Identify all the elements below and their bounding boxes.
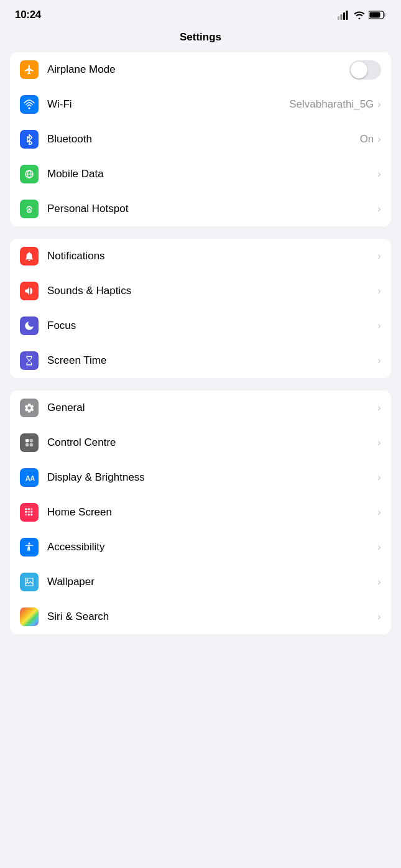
svg-rect-25	[30, 514, 32, 515]
bell-svg	[24, 251, 35, 262]
svg-rect-13	[30, 439, 33, 442]
wifi-row[interactable]: Wi-Fi Selvabharathi_5G ›	[10, 87, 391, 122]
screen-time-row[interactable]: Screen Time ›	[10, 343, 391, 378]
home-screen-row[interactable]: Home Screen ›	[10, 495, 391, 530]
bluetooth-value: On	[360, 133, 374, 145]
mobile-data-label: Mobile Data	[47, 168, 377, 180]
screen-time-label: Screen Time	[47, 354, 377, 367]
svg-text:AA: AA	[25, 474, 35, 482]
accessibility-svg	[24, 542, 35, 553]
page-title-bar: Settings	[0, 26, 401, 52]
wifi-value: Selvabharathi_5G	[289, 98, 374, 111]
battery-icon	[369, 11, 386, 19]
airplane-mode-toggle[interactable]	[349, 60, 381, 80]
personal-hotspot-chevron: ›	[377, 203, 381, 215]
sounds-haptics-row[interactable]: Sounds & Haptics ›	[10, 274, 391, 308]
wallpaper-icon	[20, 573, 39, 591]
svg-rect-22	[30, 511, 32, 513]
toggle-knob	[351, 62, 367, 78]
personal-hotspot-label: Personal Hotspot	[47, 203, 377, 215]
moon-svg	[24, 320, 35, 331]
display-svg: AA	[24, 472, 35, 483]
svg-point-26	[29, 543, 30, 545]
wallpaper-row[interactable]: Wallpaper ›	[10, 565, 391, 599]
airplane-mode-icon	[20, 60, 39, 79]
sounds-haptics-label: Sounds & Haptics	[47, 285, 377, 297]
accessibility-label: Accessibility	[47, 541, 377, 553]
status-bar: 10:24	[0, 0, 401, 26]
general-row[interactable]: General ›	[10, 390, 391, 425]
general-group: General › Control Centre › AA Display & …	[10, 390, 391, 634]
general-chevron: ›	[377, 402, 381, 414]
bluetooth-svg	[24, 134, 35, 145]
siri-search-row[interactable]: Siri & Search ›	[10, 599, 391, 634]
svg-rect-14	[25, 443, 29, 446]
control-centre-icon	[20, 433, 39, 452]
svg-rect-23	[25, 514, 27, 515]
sounds-haptics-chevron: ›	[377, 285, 381, 297]
focus-label: Focus	[47, 320, 377, 332]
svg-rect-2	[343, 12, 345, 20]
wallpaper-label: Wallpaper	[47, 576, 377, 588]
siri-search-label: Siri & Search	[47, 611, 377, 623]
status-icons	[338, 10, 386, 20]
wifi-icon	[20, 95, 39, 114]
svg-rect-15	[30, 443, 33, 446]
wallpaper-svg	[24, 576, 35, 588]
focus-chevron: ›	[377, 320, 381, 332]
notifications-icon	[20, 247, 39, 265]
svg-rect-24	[28, 514, 30, 515]
svg-rect-21	[28, 511, 30, 513]
siri-icon	[20, 607, 39, 626]
bluetooth-chevron: ›	[377, 133, 381, 145]
focus-row[interactable]: Focus ›	[10, 308, 391, 343]
general-icon	[20, 399, 39, 417]
focus-icon	[20, 316, 39, 335]
notifications-group: Notifications › Sounds & Haptics › Focus…	[10, 239, 391, 378]
bluetooth-label: Bluetooth	[47, 133, 360, 145]
svg-rect-17	[25, 508, 27, 510]
home-screen-label: Home Screen	[47, 506, 377, 519]
notifications-chevron: ›	[377, 250, 381, 262]
mobile-data-chevron: ›	[377, 168, 381, 180]
svg-rect-0	[338, 16, 339, 20]
general-label: General	[47, 402, 377, 414]
notifications-label: Notifications	[47, 250, 377, 262]
signal-icon	[338, 10, 350, 20]
airplane-mode-row[interactable]: Airplane Mode	[10, 52, 391, 87]
hourglass-svg	[24, 355, 35, 366]
display-brightness-chevron: ›	[377, 471, 381, 484]
svg-point-27	[27, 579, 29, 581]
page-title: Settings	[180, 31, 221, 43]
screen-time-icon	[20, 351, 39, 370]
wifi-chevron: ›	[377, 98, 381, 111]
mobile-data-svg	[24, 169, 35, 180]
display-brightness-row[interactable]: AA Display & Brightness ›	[10, 460, 391, 495]
accessibility-icon	[20, 538, 39, 556]
control-centre-svg	[24, 437, 35, 448]
home-screen-icon	[20, 503, 39, 522]
personal-hotspot-row[interactable]: Personal Hotspot ›	[10, 192, 391, 226]
bluetooth-icon	[20, 130, 39, 149]
connectivity-group: Airplane Mode Wi-Fi Selvabharathi_5G › B…	[10, 52, 391, 226]
control-centre-label: Control Centre	[47, 436, 377, 449]
display-brightness-icon: AA	[20, 468, 39, 487]
display-brightness-label: Display & Brightness	[47, 471, 377, 484]
accessibility-chevron: ›	[377, 541, 381, 553]
svg-rect-12	[25, 439, 29, 442]
svg-rect-3	[346, 11, 348, 20]
wallpaper-chevron: ›	[377, 576, 381, 588]
svg-rect-20	[25, 511, 27, 513]
airplane-mode-label: Airplane Mode	[47, 63, 349, 76]
svg-rect-1	[341, 14, 343, 20]
control-centre-row[interactable]: Control Centre ›	[10, 425, 391, 460]
notifications-row[interactable]: Notifications ›	[10, 239, 391, 274]
svg-rect-5	[384, 13, 386, 17]
bluetooth-row[interactable]: Bluetooth On ›	[10, 122, 391, 157]
accessibility-row[interactable]: Accessibility ›	[10, 530, 391, 565]
home-screen-svg	[24, 507, 35, 518]
svg-point-10	[29, 208, 30, 210]
mobile-data-row[interactable]: Mobile Data ›	[10, 157, 391, 192]
siri-search-chevron: ›	[377, 611, 381, 623]
wifi-label: Wi-Fi	[47, 98, 289, 111]
